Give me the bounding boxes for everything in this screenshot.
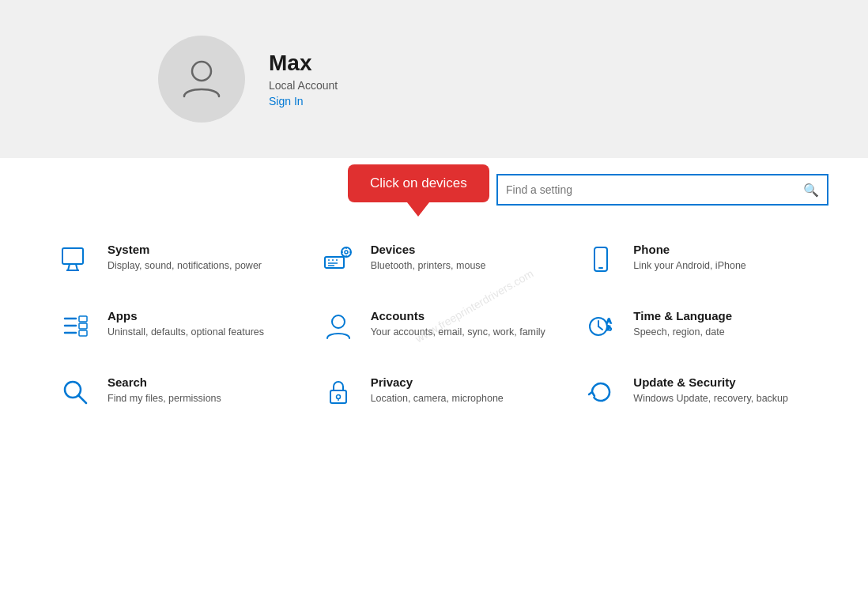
main-content: Click on devices 🔍 System Display, sound… bbox=[0, 158, 868, 424]
update-text: Update & Security Windows Update, recove… bbox=[633, 375, 788, 406]
apps-text: Apps Uninstall, defaults, optional featu… bbox=[108, 309, 264, 340]
profile-account-type: Local Account bbox=[269, 79, 338, 92]
svg-point-0 bbox=[192, 62, 211, 81]
privacy-text: Privacy Location, camera, microphone bbox=[371, 375, 504, 406]
svg-line-28 bbox=[598, 326, 602, 330]
phone-title: Phone bbox=[633, 243, 745, 256]
svg-text:あ: あ bbox=[606, 325, 612, 331]
svg-point-25 bbox=[332, 315, 345, 328]
svg-line-2 bbox=[68, 264, 70, 270]
svg-rect-1 bbox=[62, 248, 83, 264]
svg-rect-23 bbox=[79, 323, 87, 329]
system-icon bbox=[55, 244, 95, 274]
apps-icon bbox=[55, 311, 95, 341]
accounts-icon bbox=[319, 311, 358, 341]
update-icon bbox=[581, 377, 621, 407]
svg-text:A: A bbox=[606, 317, 612, 325]
system-title: System bbox=[108, 243, 262, 256]
search-settings-icon bbox=[55, 377, 95, 407]
system-text: System Display, sound, notifications, po… bbox=[108, 243, 262, 273]
time-desc: Speech, region, date bbox=[633, 326, 732, 340]
settings-item-devices[interactable]: Devices Bluetooth, printers, mouse bbox=[303, 225, 566, 292]
svg-line-32 bbox=[78, 395, 86, 403]
privacy-title: Privacy bbox=[371, 375, 504, 389]
privacy-desc: Location, camera, microphone bbox=[371, 392, 504, 406]
svg-line-3 bbox=[76, 264, 77, 270]
phone-icon bbox=[581, 244, 621, 274]
svg-point-34 bbox=[336, 395, 340, 399]
phone-text: Phone Link your Android, iPhone bbox=[633, 243, 745, 273]
settings-item-update[interactable]: Update & Security Windows Update, recove… bbox=[565, 358, 828, 424]
apps-desc: Uninstall, defaults, optional features bbox=[108, 326, 264, 340]
time-icon: A あ bbox=[581, 311, 621, 341]
search-row: Click on devices 🔍 bbox=[40, 158, 828, 213]
privacy-icon bbox=[319, 377, 358, 407]
devices-icon bbox=[319, 244, 358, 274]
search-icon[interactable]: 🔍 bbox=[803, 183, 819, 198]
devices-text: Devices Bluetooth, printers, mouse bbox=[371, 243, 486, 273]
profile-section: Max Local Account Sign In bbox=[0, 0, 868, 158]
avatar bbox=[158, 36, 245, 123]
settings-item-search[interactable]: Search Find my files, permissions bbox=[40, 358, 303, 424]
time-text: Time & Language Speech, region, date bbox=[633, 309, 732, 340]
settings-item-apps[interactable]: Apps Uninstall, defaults, optional featu… bbox=[40, 292, 303, 358]
accounts-title: Accounts bbox=[371, 309, 545, 322]
search-input[interactable] bbox=[506, 183, 799, 196]
update-desc: Windows Update, recovery, backup bbox=[633, 392, 788, 406]
search-box[interactable]: 🔍 bbox=[496, 174, 828, 206]
profile-info: Max Local Account Sign In bbox=[269, 51, 338, 107]
svg-rect-24 bbox=[79, 330, 87, 336]
apps-title: Apps bbox=[108, 309, 264, 322]
settings-grid: System Display, sound, notifications, po… bbox=[40, 225, 828, 424]
search-settings-desc: Find my files, permissions bbox=[108, 392, 221, 406]
update-title: Update & Security bbox=[633, 375, 788, 389]
svg-point-12 bbox=[345, 251, 348, 254]
settings-item-system[interactable]: System Display, sound, notifications, po… bbox=[40, 225, 303, 292]
user-icon bbox=[178, 54, 225, 104]
devices-desc: Bluetooth, printers, mouse bbox=[371, 259, 486, 273]
svg-rect-22 bbox=[79, 316, 87, 322]
profile-name: Max bbox=[269, 51, 338, 76]
callout-bubble: Click on devices bbox=[348, 164, 489, 202]
settings-item-privacy[interactable]: Privacy Location, camera, microphone bbox=[303, 358, 566, 424]
search-settings-title: Search bbox=[108, 375, 221, 389]
settings-item-phone[interactable]: Phone Link your Android, iPhone bbox=[565, 225, 828, 292]
system-desc: Display, sound, notifications, power bbox=[108, 259, 262, 273]
accounts-desc: Your accounts, email, sync, work, family bbox=[371, 326, 545, 340]
settings-item-accounts[interactable]: Accounts Your accounts, email, sync, wor… bbox=[303, 292, 566, 358]
search-settings-text: Search Find my files, permissions bbox=[108, 375, 221, 406]
settings-item-time[interactable]: A あ Time & Language Speech, region, date bbox=[565, 292, 828, 358]
time-title: Time & Language bbox=[633, 309, 732, 322]
accounts-text: Accounts Your accounts, email, sync, wor… bbox=[371, 309, 545, 340]
svg-rect-5 bbox=[325, 257, 344, 268]
phone-desc: Link your Android, iPhone bbox=[633, 259, 745, 273]
svg-rect-33 bbox=[330, 390, 346, 403]
devices-title: Devices bbox=[371, 243, 486, 256]
sign-in-link[interactable]: Sign In bbox=[269, 95, 338, 107]
